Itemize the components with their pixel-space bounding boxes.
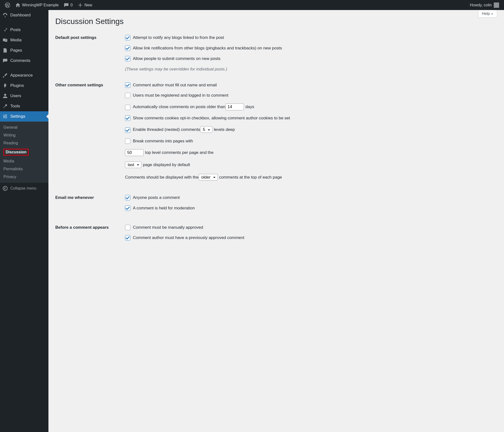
submenu-permalinks[interactable]: Permalinks <box>0 165 48 173</box>
content-area: Help▼ Discussion Settings Default post s… <box>48 10 504 432</box>
order-post: comments at the top of each page <box>219 174 282 181</box>
sidebar-label: Pages <box>10 48 22 53</box>
sidebar-label: Dashboard <box>10 13 31 18</box>
email-moderation-label: A comment is held for moderation <box>133 205 495 212</box>
collapse-menu[interactable]: Collapse menu <box>0 183 48 194</box>
admin-bar: WinningWP Example 0 New Howdy, colin <box>0 0 504 10</box>
media-icon <box>2 37 8 43</box>
new-link[interactable]: New <box>75 0 95 10</box>
help-tab[interactable]: Help▼ <box>478 10 497 18</box>
sliders-icon <box>2 114 8 119</box>
order-select[interactable]: older <box>199 174 218 181</box>
sidebar-label: Appearance <box>10 73 33 78</box>
sidebar-item-comments[interactable]: Comments <box>0 56 48 66</box>
admin-sidebar: Dashboard Posts Media Pages Comments App… <box>0 10 48 432</box>
prev-approved-checkbox[interactable] <box>125 235 130 240</box>
section-before: Before a comment appears <box>55 220 123 250</box>
wordpress-icon <box>5 2 10 8</box>
prev-approved-label: Comment author must have a previously ap… <box>133 234 495 241</box>
comment-icon <box>64 2 69 8</box>
threaded-post: levels deep <box>214 126 235 133</box>
cookies-optin-checkbox[interactable] <box>125 115 130 121</box>
comment-icon <box>2 58 8 63</box>
threaded-checkbox[interactable] <box>125 127 130 133</box>
section-email: Email me whenever <box>55 190 123 220</box>
per-page-input[interactable] <box>125 149 144 156</box>
submenu-privacy[interactable]: Privacy <box>0 173 48 181</box>
section-default-post: Default post settings <box>55 30 123 77</box>
allow-comments-checkbox[interactable] <box>125 56 130 61</box>
sidebar-item-appearance[interactable]: Appearance <box>0 70 48 80</box>
sidebar-label: Comments <box>10 58 30 63</box>
collapse-label: Collapse menu <box>10 186 36 191</box>
email-anyone-posts-checkbox[interactable] <box>125 195 130 200</box>
howdy-text: Howdy, colin <box>470 3 492 7</box>
site-link[interactable]: WinningWP Example <box>13 0 61 10</box>
sidebar-label: Settings <box>10 114 25 119</box>
paginate-label: Break comments into pages with <box>133 138 495 145</box>
dashboard-icon <box>2 12 8 18</box>
require-name-email-label: Comment author must fill out name and em… <box>133 82 495 89</box>
sidebar-label: Tools <box>10 104 20 109</box>
submenu-general[interactable]: General <box>0 124 48 131</box>
autoclose-days-input[interactable] <box>225 103 244 110</box>
order-pre: Comments should be displayed with the <box>125 174 199 181</box>
threaded-pre: Enable threaded (nested) comments <box>133 126 200 133</box>
sidebar-label: Users <box>10 93 21 98</box>
sidebar-item-users[interactable]: Users <box>0 91 48 101</box>
collapse-icon <box>2 186 8 191</box>
avatar <box>494 2 499 8</box>
autoclose-pre: Automatically close comments on posts ol… <box>133 103 225 111</box>
email-moderation-checkbox[interactable] <box>125 205 130 211</box>
notify-linked-blogs-label: Attempt to notify any blogs linked to fr… <box>133 34 495 41</box>
submenu-reading[interactable]: Reading <box>0 139 48 147</box>
submenu-writing[interactable]: Writing <box>0 131 48 139</box>
site-name: WinningWP Example <box>22 3 59 7</box>
allow-pingbacks-checkbox[interactable] <box>125 45 130 51</box>
notify-linked-blogs-checkbox[interactable] <box>125 35 130 40</box>
plug-icon <box>2 83 8 88</box>
page-default-select[interactable]: last <box>125 161 141 168</box>
threaded-levels-select[interactable]: 5 <box>200 126 212 133</box>
require-registration-label: Users must be registered and logged in t… <box>133 92 495 99</box>
cookies-optin-label: Show comments cookies opt-in checkbox, a… <box>133 115 495 122</box>
section-other: Other comment settings <box>55 77 123 190</box>
per-page-post: top level comments per page and the <box>145 149 214 156</box>
manual-approve-label: Comment must be manually approved <box>133 224 495 231</box>
pin-icon <box>2 27 8 33</box>
user-icon <box>2 93 8 99</box>
paginate-checkbox[interactable] <box>125 138 130 144</box>
chevron-down-icon: ▼ <box>491 12 493 15</box>
require-registration-checkbox[interactable] <box>125 93 130 98</box>
sidebar-item-media[interactable]: Media <box>0 35 48 45</box>
home-icon <box>15 2 21 8</box>
sidebar-item-plugins[interactable]: Plugins <box>0 80 48 91</box>
manual-approve-checkbox[interactable] <box>125 225 130 230</box>
require-name-email-checkbox[interactable] <box>125 82 130 88</box>
wrench-icon <box>2 103 8 109</box>
allow-comments-label: Allow people to submit comments on new p… <box>133 55 495 62</box>
sidebar-label: Posts <box>10 27 21 32</box>
submenu-discussion[interactable]: Discussion <box>0 147 48 157</box>
allow-pingbacks-label: Allow link notifications from other blog… <box>133 45 495 52</box>
autoclose-post: days <box>245 103 254 111</box>
sidebar-item-pages[interactable]: Pages <box>0 45 48 56</box>
pages-icon <box>2 48 8 53</box>
autoclose-checkbox[interactable] <box>125 105 130 110</box>
wp-logo[interactable] <box>2 0 13 10</box>
svg-point-0 <box>3 186 7 191</box>
sidebar-item-settings[interactable]: Settings <box>0 111 48 122</box>
sidebar-item-tools[interactable]: Tools <box>0 101 48 111</box>
sidebar-item-dashboard[interactable]: Dashboard <box>0 10 48 20</box>
new-label: New <box>84 3 92 7</box>
settings-submenu: General Writing Reading Discussion Media… <box>0 122 48 183</box>
page-title: Discussion Settings <box>55 10 497 30</box>
brush-icon <box>2 73 8 78</box>
default-post-note: (These settings may be overridden for in… <box>125 66 495 73</box>
submenu-media[interactable]: Media <box>0 157 48 165</box>
comments-link[interactable]: 0 <box>61 0 75 10</box>
sidebar-item-posts[interactable]: Posts <box>0 25 48 35</box>
account-link[interactable]: Howdy, colin <box>466 0 502 10</box>
comments-count: 0 <box>70 3 73 7</box>
page-default-post: page displayed by default <box>143 161 190 169</box>
